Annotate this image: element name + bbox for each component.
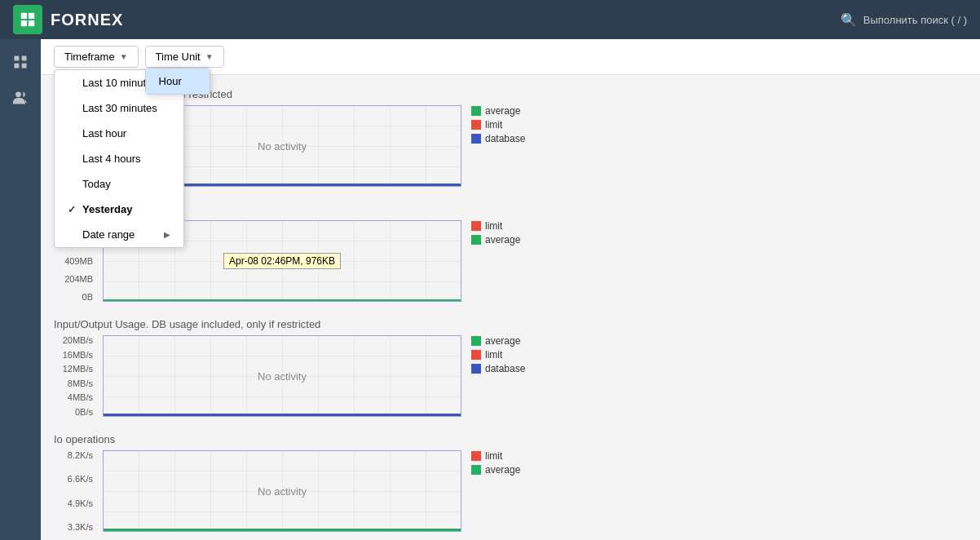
iops-chart-yaxis: 8.2K/s 6.6K/s 4.9K/s 3.3K/s <box>54 450 93 532</box>
memory-chart-line <box>104 299 461 301</box>
memory-chart-tooltip: Apr-08 02:46PM, 976KB <box>223 253 341 269</box>
timeframe-arrow-icon: ▼ <box>120 52 128 61</box>
io-chart-container: 20MB/s 16MB/s 12MB/s 8MB/s 4MB/s 0B/s No… <box>54 335 967 417</box>
memory-legend-limit-label: limit <box>485 220 502 232</box>
iops-legend-average-label: average <box>485 464 520 476</box>
cpu-no-activity-label: No activity <box>258 140 307 153</box>
io-chart-section: Input/Output Usage. DB usage included, o… <box>54 318 967 417</box>
io-yaxis-0: 0B/s <box>54 407 93 417</box>
navbar-left: FORNEX <box>13 5 123 34</box>
navbar: FORNEX 🔍 Выполнить поиск ( / ) <box>0 0 980 39</box>
timeframe-item-last30-label: Last 30 minutes <box>82 102 157 114</box>
iops-yaxis-82: 8.2K/s <box>54 450 93 460</box>
iops-legend-average-dot <box>471 465 481 475</box>
cpu-chart-section: CPU Usage included, only if restricted N… <box>54 88 967 187</box>
memory-legend-average-label: average <box>485 234 520 246</box>
io-legend-limit-label: limit <box>485 349 502 361</box>
io-chart-yaxis: 20MB/s 16MB/s 12MB/s 8MB/s 4MB/s 0B/s <box>54 335 93 417</box>
timeframe-label: Timeframe <box>64 51 115 63</box>
io-legend-average: average <box>471 335 525 347</box>
memory-legend-limit: limit <box>471 220 520 232</box>
check-mark-icon: ✓ <box>68 204 77 215</box>
memory-legend-average: average <box>471 234 520 246</box>
iops-legend-limit-dot <box>471 451 481 461</box>
io-no-activity-label: No activity <box>258 370 307 383</box>
svg-rect-1 <box>29 13 34 19</box>
time-unit-item-hour[interactable]: Hour <box>146 69 210 94</box>
timeframe-item-today-label: Today <box>82 178 111 190</box>
iops-legend-limit-label: limit <box>485 450 502 462</box>
svg-rect-5 <box>22 56 27 61</box>
brand-name: FORNEX <box>51 11 123 29</box>
sidebar-item-users[interactable] <box>4 82 37 114</box>
io-legend-limit-dot <box>471 350 481 360</box>
time-unit-item-hour-label: Hour <box>159 75 182 87</box>
io-legend-database: database <box>471 363 525 374</box>
memory-chart-legend: limit average <box>471 220 520 246</box>
timeframe-item-daterange[interactable]: Date range ▶ <box>55 222 183 247</box>
timeframe-dropdown-wrapper: Timeframe ▼ Last 10 minutes Last 30 minu… <box>54 46 139 68</box>
io-chart-body: No activity <box>103 335 461 417</box>
io-legend-database-dot <box>471 364 481 374</box>
cpu-legend-limit: limit <box>471 119 525 131</box>
io-legend-database-label: database <box>485 363 525 374</box>
check-empty <box>68 103 77 114</box>
cpu-legend-limit-dot <box>471 120 481 130</box>
time-unit-label: Time Unit <box>156 51 201 63</box>
io-yaxis-20: 20MB/s <box>54 335 93 345</box>
memory-legend-limit-dot <box>471 221 481 231</box>
memory-chart-section: Memory Usage 819MB 614MB 409MB 204MB 0B … <box>54 203 967 302</box>
iops-legend-average: average <box>471 464 520 476</box>
io-chart-title: Input/Output Usage. DB usage included, o… <box>54 318 967 330</box>
memory-chart-container: 819MB 614MB 409MB 204MB 0B Apr-08 02:46P… <box>54 220 967 302</box>
iops-chart-container: 8.2K/s 6.6K/s 4.9K/s 3.3K/s No activity … <box>54 450 967 532</box>
iops-chart-section: Io operations 8.2K/s 6.6K/s 4.9K/s 3.3K/… <box>54 433 967 532</box>
timeframe-item-last30[interactable]: Last 30 minutes <box>55 95 183 121</box>
cpu-legend-database-dot <box>471 134 481 144</box>
memory-legend-average-dot <box>471 235 481 245</box>
navbar-right: 🔍 Выполнить поиск ( / ) <box>841 12 967 28</box>
main-content: Timeframe ▼ Last 10 minutes Last 30 minu… <box>41 39 980 540</box>
cpu-legend-average: average <box>471 105 525 117</box>
cpu-legend-limit-label: limit <box>485 119 502 131</box>
svg-rect-4 <box>15 56 20 61</box>
check-empty <box>68 128 77 139</box>
io-chart-line <box>104 414 461 416</box>
io-legend-average-dot <box>471 336 481 346</box>
timeframe-item-lasthour[interactable]: Last hour <box>55 121 183 146</box>
io-yaxis-8: 8MB/s <box>54 378 93 388</box>
logo-icon <box>13 5 42 34</box>
timeframe-item-today[interactable]: Today <box>55 171 183 197</box>
svg-point-8 <box>15 92 21 98</box>
memory-chart-title: Memory Usage <box>54 203 967 215</box>
check-empty <box>68 77 77 89</box>
svg-rect-3 <box>29 20 34 26</box>
timeframe-button[interactable]: Timeframe ▼ <box>54 46 139 68</box>
timeframe-item-last4hours[interactable]: Last 4 hours <box>55 146 183 171</box>
svg-rect-7 <box>22 64 27 69</box>
cpu-chart-container: No activity average limit <box>54 105 967 187</box>
timeframe-item-yesterday[interactable]: ✓ Yesterday <box>55 197 183 222</box>
iops-chart-title: Io operations <box>54 433 967 445</box>
time-unit-button[interactable]: Time Unit ▼ <box>145 46 224 68</box>
search-placeholder: Выполнить поиск ( / ) <box>863 14 967 26</box>
memory-yaxis-204: 204MB <box>54 274 93 284</box>
io-yaxis-16: 16MB/s <box>54 350 93 360</box>
iops-yaxis-49: 4.9K/s <box>54 498 93 508</box>
timeframe-item-daterange-label: Date range <box>82 228 135 241</box>
check-empty <box>68 179 77 190</box>
io-legend-limit: limit <box>471 349 525 361</box>
memory-yaxis-0: 0B <box>54 292 93 302</box>
timeframe-item-lasthour-label: Last hour <box>82 127 126 139</box>
memory-yaxis-409: 409MB <box>54 256 93 266</box>
sidebar-item-grid[interactable] <box>4 46 37 78</box>
svg-rect-6 <box>15 64 20 69</box>
iops-chart-body: No activity <box>103 450 461 532</box>
toolbar: Timeframe ▼ Last 10 minutes Last 30 minu… <box>41 39 980 75</box>
submenu-arrow-icon: ▶ <box>164 230 170 239</box>
search-icon[interactable]: 🔍 <box>841 12 857 28</box>
iops-yaxis-33: 3.3K/s <box>54 522 93 532</box>
iops-chart-line <box>104 529 461 531</box>
check-empty <box>68 153 77 165</box>
iops-yaxis-66: 6.6K/s <box>54 474 93 484</box>
